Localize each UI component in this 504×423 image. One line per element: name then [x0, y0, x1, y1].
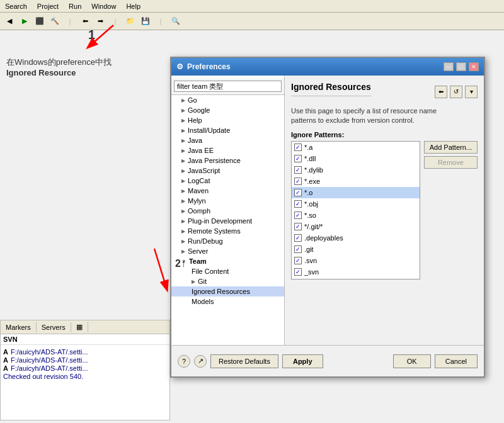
- content-desc-1: Use this page to specify a list of resou…: [291, 107, 437, 115]
- tree-item-rundebug[interactable]: ▶ Run/Debug: [171, 236, 284, 246]
- pattern-checkbox[interactable]: [294, 200, 302, 208]
- tree-search-input[interactable]: [174, 81, 282, 92]
- list-item[interactable]: *.dylib: [292, 164, 420, 176]
- tree-item-models[interactable]: Models: [171, 296, 284, 307]
- tree-item-oomph[interactable]: ▶ Oomph: [171, 206, 284, 216]
- tree-item-label: Models: [192, 298, 214, 305]
- cancel-button[interactable]: Cancel: [435, 354, 478, 368]
- pattern-checkbox[interactable]: [294, 166, 302, 174]
- tab-markers[interactable]: Markers: [1, 322, 37, 332]
- pattern-checkbox[interactable]: [294, 245, 302, 253]
- tree-item-javascript[interactable]: ▶ JavaScript: [171, 166, 284, 176]
- tree-item-label: Mylyn: [188, 197, 206, 205]
- help-icon[interactable]: ?: [178, 355, 190, 368]
- menu-search[interactable]: Search: [3, 1, 30, 11]
- editor-area: 在Windows的preference中找 Ignored Resource: [6, 38, 112, 77]
- toolbar-run[interactable]: ▶: [18, 14, 32, 28]
- nav-forward-icon[interactable]: ↺: [450, 86, 462, 98]
- tree-item-git[interactable]: ▶ Git: [171, 276, 284, 286]
- tree-item-logcat[interactable]: ▶ LogCat: [171, 176, 284, 186]
- remove-button[interactable]: Remove: [424, 156, 478, 169]
- pattern-label: *.exe: [304, 178, 320, 185]
- chevron-right-icon: ▶: [181, 108, 185, 113]
- tree-item-javapersistence[interactable]: ▶ Java Persistence: [171, 155, 284, 166]
- tree-item-label: Google: [188, 106, 210, 114]
- list-item: Checked out revision 540.: [3, 373, 167, 380]
- close-button[interactable]: ✕: [469, 62, 479, 71]
- menu-run[interactable]: Run: [66, 1, 84, 11]
- editor-text-1: 在Windows的preference中找: [6, 57, 112, 68]
- toolbar-open[interactable]: 📁: [123, 14, 137, 28]
- tree-item-ignoredresources[interactable]: Ignored Resources: [171, 286, 284, 296]
- tree-item-filecontent[interactable]: File Content: [171, 266, 284, 276]
- tree-item-mylyn[interactable]: ▶ Mylyn: [171, 196, 284, 206]
- list-item[interactable]: *.o: [292, 187, 420, 198]
- toolbar-search-btn[interactable]: 🔍: [169, 14, 183, 28]
- chevron-right-icon: ▶: [181, 178, 185, 184]
- tree-item-remote[interactable]: ▶ Remote Systems: [171, 226, 284, 236]
- tree-item-install[interactable]: ▶ Install/Update: [171, 125, 284, 135]
- menu-window[interactable]: Window: [89, 1, 118, 11]
- dialog-title: ⚙ Preferences: [176, 62, 231, 71]
- export-icon[interactable]: ↗: [194, 355, 207, 368]
- item-text: F:/auicyh/ADS-AT/.setti...: [11, 356, 88, 364]
- pattern-checkbox[interactable]: [294, 223, 302, 230]
- nav-dropdown-icon[interactable]: ▾: [465, 86, 478, 98]
- menubar: Search Project Run Window Help: [0, 0, 504, 13]
- menu-project[interactable]: Project: [35, 1, 61, 11]
- pattern-checkbox[interactable]: [294, 155, 302, 162]
- list-item[interactable]: *.obj: [292, 198, 420, 210]
- footer-right: OK Cancel: [393, 354, 478, 368]
- list-item[interactable]: target: [292, 278, 420, 279]
- toolbar-save[interactable]: 💾: [139, 14, 152, 28]
- pattern-checkbox[interactable]: [294, 212, 302, 219]
- tree-item-maven[interactable]: ▶ Maven: [171, 186, 284, 196]
- pattern-checkbox[interactable]: [294, 257, 302, 264]
- list-item[interactable]: *.a: [292, 142, 420, 153]
- restore-defaults-button[interactable]: Restore Defaults: [210, 354, 278, 368]
- toolbar-stop[interactable]: ⬛: [33, 14, 47, 28]
- pattern-checkbox[interactable]: [294, 189, 302, 196]
- minimize-button[interactable]: ─: [444, 62, 454, 71]
- list-item[interactable]: .git: [292, 244, 420, 255]
- pattern-label: *.so: [304, 212, 316, 219]
- chevron-right-icon: ▶: [181, 208, 185, 214]
- chevron-right-icon: ▶: [181, 239, 185, 244]
- maximize-button[interactable]: □: [456, 62, 466, 71]
- toolbar-nav1[interactable]: ⬅: [78, 14, 92, 28]
- nav-back-icon[interactable]: ⬅: [435, 86, 447, 98]
- apply-button[interactable]: Apply: [282, 354, 323, 368]
- pattern-checkbox[interactable]: [294, 234, 302, 242]
- tree-item-label: File Content: [192, 268, 229, 275]
- tree-item-java[interactable]: ▶ Java: [171, 135, 284, 145]
- list-item[interactable]: *.so: [292, 210, 420, 221]
- menu-help[interactable]: Help: [123, 1, 143, 11]
- toolbar-nav2[interactable]: ➡: [93, 14, 107, 28]
- toolbar-back[interactable]: ◀: [3, 14, 16, 28]
- list-item[interactable]: */.git/*: [292, 221, 420, 232]
- toolbar-build[interactable]: 🔨: [48, 14, 62, 28]
- ok-button[interactable]: OK: [393, 354, 431, 368]
- tree-item-google[interactable]: ▶ Google: [171, 105, 284, 115]
- tree-item-javaee[interactable]: ▶ Java EE: [171, 145, 284, 155]
- list-item[interactable]: *.exe: [292, 176, 420, 187]
- tree-item-label: Remote Systems: [188, 227, 241, 235]
- list-item[interactable]: _svn: [292, 266, 420, 278]
- tree-item-team[interactable]: ▼ Team: [171, 256, 284, 266]
- list-item[interactable]: *.dll: [292, 153, 420, 164]
- tab-extra[interactable]: ▦: [71, 322, 88, 332]
- pattern-checkbox[interactable]: [294, 144, 302, 151]
- tree-item-go[interactable]: ▶ Go: [171, 95, 284, 105]
- tree-item-plugin[interactable]: ▶ Plug-in Development: [171, 216, 284, 226]
- pattern-checkbox[interactable]: [294, 178, 302, 185]
- pattern-checkbox[interactable]: [294, 268, 302, 276]
- tree-item-label: Ignored Resources: [192, 288, 250, 295]
- list-item[interactable]: .svn: [292, 255, 420, 266]
- tree-item-server[interactable]: ▶ Server: [171, 246, 284, 256]
- tree-item-help[interactable]: ▶ Help: [171, 115, 284, 125]
- pattern-label: *.a: [304, 144, 312, 151]
- list-item[interactable]: .deployables: [292, 232, 420, 244]
- add-pattern-button[interactable]: Add Pattern...: [424, 141, 478, 154]
- tab-servers[interactable]: Servers: [37, 322, 71, 332]
- chevron-down-icon: ▼: [181, 259, 186, 264]
